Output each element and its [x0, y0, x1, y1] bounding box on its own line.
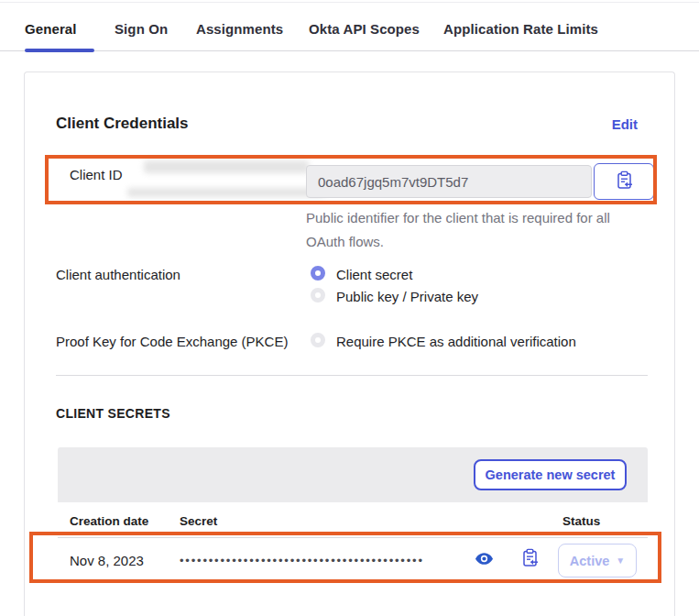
general-settings-card: Client Credentials Edit Client ID Public… [24, 72, 675, 616]
blurred-artifact [127, 188, 324, 197]
status-dropdown-button[interactable]: Active ▼ [558, 544, 637, 578]
client-id-input[interactable] [306, 165, 592, 198]
client-id-help-text: Public identifier for the client that is… [306, 206, 617, 254]
chevron-down-icon: ▼ [616, 556, 625, 566]
column-header-secret: Secret [180, 514, 217, 528]
clipboard-paste-icon [521, 548, 539, 570]
tab-assignments[interactable]: Assignments [196, 21, 283, 37]
tab-bar: General Sign On Assignments Okta API Sco… [0, 13, 699, 51]
column-header-creation-date: Creation date [70, 514, 148, 528]
reveal-secret-button[interactable] [473, 552, 495, 568]
blurred-artifact [144, 160, 309, 173]
radio-client-secret-label[interactable]: Client secret [336, 267, 412, 282]
tab-general[interactable]: General [25, 21, 77, 37]
client-authentication-label: Client authentication [56, 267, 180, 282]
radio-public-private-key-label[interactable]: Public key / Private key [336, 289, 478, 304]
pkce-label: Proof Key for Code Exchange (PKCE) [56, 334, 288, 349]
table-header-border [58, 537, 648, 538]
active-tab-indicator [25, 49, 94, 52]
generate-new-secret-button[interactable]: Generate new secret [474, 459, 627, 490]
tab-sign-on[interactable]: Sign On [115, 21, 168, 37]
client-id-label: Client ID [70, 167, 123, 182]
copy-client-id-button[interactable] [594, 163, 654, 200]
client-credentials-title: Client Credentials [56, 115, 189, 133]
pkce-option-label[interactable]: Require PKCE as additional verification [336, 334, 576, 349]
top-divider [0, 2, 699, 3]
copy-secret-button[interactable] [519, 548, 541, 570]
edit-link[interactable]: Edit [612, 116, 638, 132]
tab-okta-api-scopes[interactable]: Okta API Scopes [309, 21, 420, 37]
client-secrets-title: CLIENT SECRETS [56, 406, 170, 421]
tab-application-rate-limits[interactable]: Application Rate Limits [443, 21, 598, 37]
radio-client-secret[interactable] [311, 266, 325, 280]
section-divider [56, 375, 648, 376]
masked-secret-value: ••••••••••••••••••••••••••••••••••••••••… [180, 554, 465, 567]
status-label: Active [570, 554, 610, 568]
eye-icon [475, 553, 493, 567]
clipboard-paste-icon [616, 170, 633, 192]
pkce-checkbox[interactable] [311, 333, 325, 347]
radio-public-private-key[interactable] [311, 288, 325, 302]
column-header-status: Status [562, 514, 600, 528]
secret-creation-date: Nov 8, 2023 [70, 553, 144, 568]
